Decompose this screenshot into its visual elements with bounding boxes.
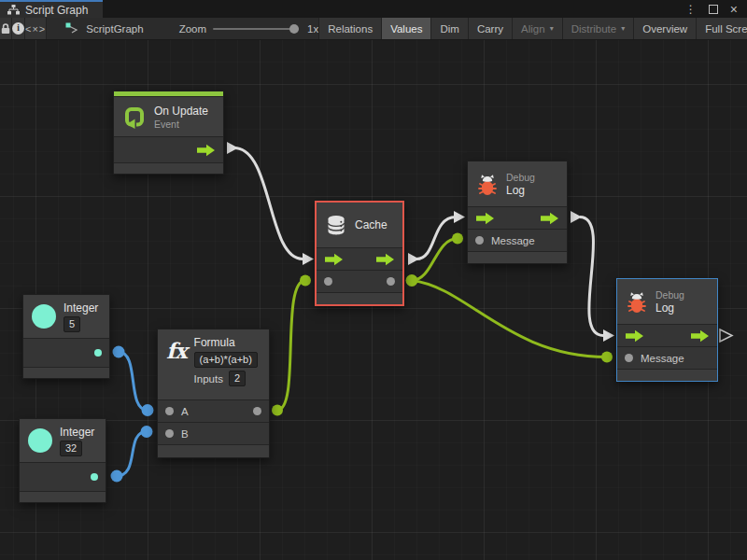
formula-fx-icon: fx bbox=[166, 340, 187, 361]
unconnected-flow-arrow[interactable] bbox=[720, 329, 732, 342]
wire-value-formula-to-cache[interactable] bbox=[277, 281, 305, 411]
port-row bbox=[20, 463, 106, 491]
dim-button[interactable]: Dim bbox=[430, 18, 467, 39]
input-a-port[interactable] bbox=[165, 407, 174, 415]
align-dropdown[interactable]: Align ▾ bbox=[512, 18, 562, 39]
integer-value-field[interactable]: 5 bbox=[63, 316, 80, 332]
node-footer bbox=[114, 163, 223, 174]
node-on-update[interactable]: On Update Event bbox=[113, 91, 224, 175]
info-button[interactable]: i bbox=[12, 18, 25, 39]
flow-input-port[interactable] bbox=[475, 212, 495, 225]
wire-arrowhead bbox=[227, 142, 238, 154]
integer-type-icon bbox=[32, 304, 56, 329]
wire-arrowhead bbox=[454, 211, 465, 223]
bug-icon bbox=[626, 289, 648, 314]
node-header: Integer 32 bbox=[20, 419, 106, 462]
wire-endpoint bbox=[113, 346, 125, 358]
port-row bbox=[23, 339, 109, 367]
node-integer-32[interactable]: Integer 32 bbox=[19, 418, 106, 503]
node-header: fx Formula (a+b)*(a+b) Inputs 2 bbox=[158, 329, 269, 399]
port-row bbox=[317, 248, 402, 270]
integer-value-field[interactable]: 32 bbox=[60, 441, 82, 456]
value-input-port[interactable] bbox=[324, 277, 332, 286]
wire-endpoint bbox=[142, 404, 154, 416]
flow-output-port[interactable] bbox=[540, 212, 559, 225]
port-label: Message bbox=[641, 353, 684, 364]
flow-output-port[interactable] bbox=[690, 329, 710, 343]
value-output-port[interactable] bbox=[387, 277, 395, 286]
value-output-port[interactable] bbox=[91, 473, 98, 481]
wire-flow-cache-to-debug-log-top[interactable] bbox=[416, 217, 456, 259]
wire-arrowhead bbox=[303, 253, 314, 265]
ports-toggle-button[interactable]: <×> bbox=[25, 18, 47, 39]
wire-arrowhead bbox=[603, 329, 614, 342]
port-row: A bbox=[158, 400, 269, 422]
value-output-port[interactable] bbox=[94, 349, 102, 357]
integer-type-icon bbox=[28, 428, 52, 453]
graph-canvas[interactable]: On Update Event Cache bbox=[0, 40, 747, 560]
window-tab-bar: Script Graph ⋮ × bbox=[0, 0, 747, 18]
wire-value-integer-5-to-formula-a[interactable] bbox=[119, 352, 148, 411]
relations-label: Relations bbox=[328, 23, 373, 35]
port-row: Message bbox=[468, 230, 567, 251]
node-title: Integer bbox=[63, 301, 98, 315]
wire-endpoint bbox=[272, 405, 283, 416]
graph-name-indicator[interactable]: ScriptGraph bbox=[58, 18, 150, 39]
message-input-port[interactable] bbox=[475, 236, 484, 245]
zoom-label: Zoom bbox=[179, 23, 206, 35]
dim-label: Dim bbox=[440, 23, 458, 35]
wire-endpoint bbox=[601, 352, 613, 363]
wire-value-integer-32-to-formula-b[interactable] bbox=[117, 432, 147, 477]
bug-icon bbox=[476, 172, 499, 196]
port-row bbox=[317, 271, 402, 292]
node-debug-log-right[interactable]: Debug Log Message bbox=[616, 278, 718, 382]
node-title: Formula bbox=[194, 336, 258, 349]
carry-button[interactable]: Carry bbox=[468, 18, 512, 39]
node-integer-5[interactable]: Integer 5 bbox=[22, 294, 110, 379]
full-screen-label: Full Screen bbox=[705, 23, 747, 35]
wire-value-cache-to-debug-log-right-message[interactable] bbox=[412, 281, 607, 357]
graph-toolbar: i <×> ScriptGraph Zoom 1x Relations Valu… bbox=[0, 18, 747, 40]
graph-hierarchy-icon bbox=[7, 5, 20, 15]
update-loop-icon bbox=[122, 105, 147, 129]
distribute-dropdown[interactable]: Distribute ▾ bbox=[562, 18, 634, 39]
flow-output-port[interactable] bbox=[375, 253, 395, 266]
overview-button[interactable]: Overview bbox=[633, 18, 696, 39]
node-type-label: Debug bbox=[506, 172, 535, 183]
zoom-slider[interactable] bbox=[213, 28, 299, 30]
node-header: On Update Event bbox=[114, 97, 223, 136]
graph-name-label: ScriptGraph bbox=[86, 23, 143, 35]
more-options-icon[interactable]: ⋮ bbox=[685, 3, 697, 16]
wire-flow-on-update-to-cache[interactable] bbox=[234, 148, 303, 259]
inputs-count-field[interactable]: 2 bbox=[229, 371, 246, 386]
node-title: On Update bbox=[154, 105, 208, 118]
node-debug-log-top[interactable]: Debug Log Message bbox=[467, 161, 568, 264]
node-title: Log bbox=[655, 301, 684, 315]
close-icon[interactable]: × bbox=[730, 3, 738, 16]
align-label: Align bbox=[521, 23, 545, 35]
node-cache[interactable]: Cache bbox=[315, 201, 404, 306]
flow-output-port[interactable] bbox=[196, 144, 216, 157]
flow-input-port[interactable] bbox=[324, 253, 344, 266]
tab-script-graph[interactable]: Script Graph bbox=[0, 0, 103, 18]
full-screen-button[interactable]: Full Screen bbox=[696, 18, 747, 39]
carry-label: Carry bbox=[477, 23, 503, 35]
values-button[interactable]: Values bbox=[381, 18, 430, 39]
maximize-icon[interactable] bbox=[709, 5, 718, 14]
node-footer bbox=[20, 492, 106, 502]
database-icon bbox=[325, 214, 347, 237]
input-b-port[interactable] bbox=[165, 429, 174, 438]
node-formula[interactable]: fx Formula (a+b)*(a+b) Inputs 2 A B bbox=[157, 329, 270, 458]
wire-flow-debug-log-top-to-debug-log-right[interactable] bbox=[580, 217, 603, 336]
chevron-down-icon: ▾ bbox=[550, 24, 554, 33]
lock-button[interactable] bbox=[0, 18, 12, 39]
relations-button[interactable]: Relations bbox=[318, 18, 381, 39]
wire-arrowhead bbox=[408, 253, 419, 265]
result-output-port[interactable] bbox=[253, 407, 261, 415]
zoom-slider-handle[interactable] bbox=[289, 24, 299, 34]
formula-expression-field[interactable]: (a+b)*(a+b) bbox=[194, 352, 258, 368]
wire-endpoint bbox=[141, 426, 153, 438]
wire-endpoint bbox=[452, 233, 463, 245]
message-input-port[interactable] bbox=[625, 354, 633, 362]
flow-input-port[interactable] bbox=[625, 329, 644, 343]
